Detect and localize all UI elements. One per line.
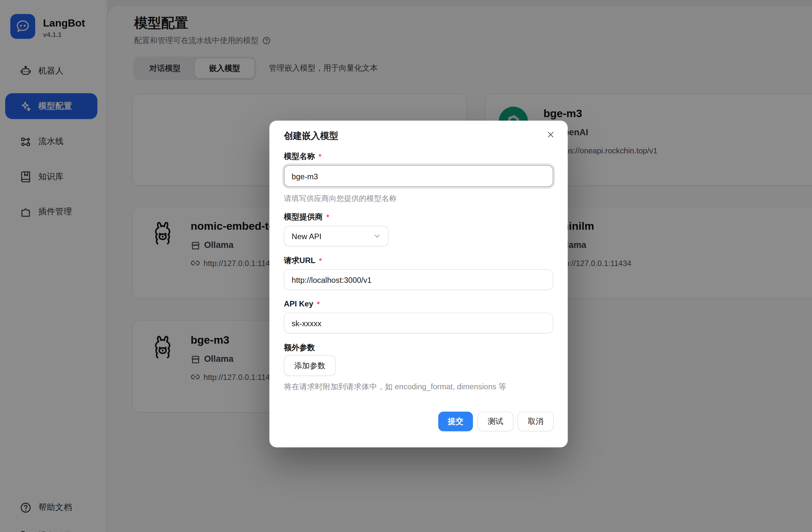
required-mark: *: [319, 152, 321, 161]
app-window: LangBot v4.1.1 机器人: [0, 0, 812, 532]
model-name-label: 模型名称: [284, 152, 315, 161]
api-key-input[interactable]: [284, 313, 553, 333]
extra-params-label: 额外参数: [284, 343, 315, 352]
api-key-label: API Key: [284, 299, 314, 308]
required-mark: *: [327, 213, 329, 221]
required-mark: *: [319, 256, 322, 265]
extra-params-helper: 将在请求时附加到请求体中，如 encoding_format, dimensio…: [284, 382, 506, 392]
provider-select[interactable]: New API: [284, 226, 389, 247]
request-url-input[interactable]: [284, 269, 553, 290]
model-name-input[interactable]: [284, 165, 553, 187]
request-url-label: 请求URL: [284, 256, 315, 264]
cancel-button[interactable]: 取消: [517, 412, 554, 431]
submit-button[interactable]: 提交: [438, 412, 473, 431]
dialog-title: 创建嵌入模型: [284, 130, 338, 142]
create-embedding-model-dialog: 创建嵌入模型 模型名称* 请填写供应商向您提供的模型名称 模型提供商* New …: [270, 121, 568, 447]
provider-select-value: New API: [292, 232, 321, 240]
close-icon[interactable]: [544, 128, 557, 142]
test-button[interactable]: 测试: [478, 412, 513, 431]
chevron-down-icon: [373, 232, 381, 240]
required-mark: *: [317, 300, 320, 308]
model-name-helper: 请填写供应商向您提供的模型名称: [284, 193, 396, 203]
provider-label: 模型提供商: [284, 212, 323, 221]
add-param-button[interactable]: 添加参数: [284, 355, 336, 376]
